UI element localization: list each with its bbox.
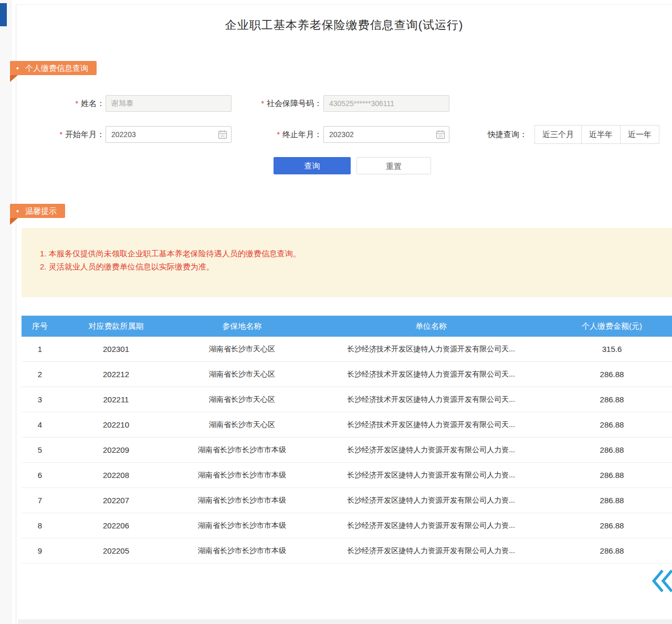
calendar-icon[interactable] (218, 130, 227, 139)
cell-period: 202211 (58, 395, 174, 404)
cell-index: 5 (22, 445, 58, 454)
table-row: 8 202206 湖南省长沙市长沙市市本级 长沙经济开发区捷特人力资源开发有限公… (22, 513, 672, 538)
tips-line: 1. 本服务仅提供尚未领取企业职工基本养老保险待遇人员的缴费信息查询。 (40, 247, 662, 260)
cell-employer: 长沙经济开发区捷特人力资源开发有限公司人力资... (310, 496, 552, 505)
calendar-icon[interactable] (436, 130, 445, 139)
header-employer: 单位名称 (310, 321, 552, 331)
cell-insured-place: 湖南省长沙市长沙市市本级 (174, 471, 310, 480)
cell-index: 2 (22, 370, 58, 379)
cell-insured-place: 湖南省长沙市天心区 (174, 345, 310, 354)
quick-query-group: 近三个月 近半年 近一年 (534, 125, 659, 144)
cell-index: 6 (22, 471, 58, 480)
bottom-scroll-strip (18, 619, 672, 624)
cell-amount: 286.88 (552, 395, 672, 404)
start-month-input[interactable] (106, 126, 232, 143)
table-row: 9 202205 湖南省长沙市长沙市市本级 长沙经济开发区捷特人力资源开发有限公… (22, 538, 672, 564)
quick-query-label: 快捷查询： (488, 125, 527, 144)
cell-period: 202212 (58, 370, 174, 379)
required-asterisk: * (60, 130, 62, 139)
cell-period: 202206 (58, 521, 174, 530)
bullet-icon: • (16, 61, 19, 76)
table-row: 1 202301 湖南省长沙市天心区 长沙经济技术开发区捷特人力资源开发有限公司… (22, 337, 672, 362)
cell-employer: 长沙经济开发区捷特人力资源开发有限公司人力资... (310, 546, 552, 556)
cell-period: 202207 (58, 496, 174, 505)
name-label: *姓名： (27, 95, 104, 112)
cell-insured-place: 湖南省长沙市长沙市市本级 (174, 445, 310, 455)
start-month-label: *开始年月： (27, 126, 104, 143)
cell-insured-place: 湖南省长沙市天心区 (174, 370, 310, 379)
cell-amount: 286.88 (552, 370, 672, 379)
required-asterisk: * (76, 99, 78, 108)
header-index: 序号 (22, 321, 58, 331)
header-amount: 个人缴费金额(元) (552, 321, 672, 331)
cell-index: 9 (22, 546, 58, 555)
quick-last-year-button[interactable]: 近一年 (620, 125, 659, 144)
cell-employer: 长沙经济开发区捷特人力资源开发有限公司人力资... (310, 471, 552, 480)
cell-index: 1 (22, 345, 58, 353)
tips-notice-box: 1. 本服务仅提供尚未领取企业职工基本养老保险待遇人员的缴费信息查询。 2. 灵… (22, 228, 672, 297)
quick-last-3-months-button[interactable]: 近三个月 (534, 125, 582, 144)
cell-insured-place: 湖南省长沙市天心区 (174, 420, 310, 430)
table-row: 7 202207 湖南省长沙市长沙市市本级 长沙经济开发区捷特人力资源开发有限公… (22, 488, 672, 513)
table-row: 6 202208 湖南省长沙市长沙市市本级 长沙经济开发区捷特人力资源开发有限公… (22, 463, 672, 488)
header-period: 对应费款所属期 (58, 321, 174, 331)
end-month-label: *终止年月： (237, 126, 322, 143)
payment-table: 序号 对应费款所属期 参保地名称 单位名称 个人缴费金额(元) 1 202301… (22, 316, 672, 564)
cell-amount: 315.6 (552, 345, 672, 353)
cell-employer: 长沙经济开发区捷特人力资源开发有限公司人力资... (310, 521, 552, 531)
table-header-row: 序号 对应费款所属期 参保地名称 单位名称 个人缴费金额(元) (22, 316, 672, 337)
cell-insured-place: 湖南省长沙市长沙市市本级 (174, 546, 310, 556)
section-label: 温馨提示 (25, 206, 57, 215)
required-asterisk: * (277, 130, 280, 139)
table-body: 1 202301 湖南省长沙市天心区 长沙经济技术开发区捷特人力资源开发有限公司… (22, 337, 672, 564)
cell-employer: 长沙经济开发区捷特人力资源开发有限公司人力资... (310, 445, 552, 455)
page-title: 企业职工基本养老保险缴费信息查询(试运行) (16, 17, 672, 33)
cell-index: 3 (22, 395, 58, 404)
cell-employer: 长沙经济技术开发区捷特人力资源开发有限公司天... (310, 395, 552, 404)
cell-amount: 286.88 (552, 445, 672, 454)
section-header-tips: •温馨提示 (10, 204, 65, 218)
end-month-input[interactable] (323, 126, 449, 143)
cell-amount: 286.88 (552, 420, 672, 429)
ribbon-fold (10, 75, 18, 82)
sidebar-edge (0, 0, 12, 624)
cell-index: 8 (22, 521, 58, 530)
collapse-double-chevron-icon[interactable] (652, 569, 672, 593)
query-button[interactable]: 查询 (274, 157, 351, 174)
cell-period: 202208 (58, 471, 174, 480)
tips-line: 2. 灵活就业人员的缴费单位信息以实际缴费为准。 (40, 260, 662, 273)
header-insured-place: 参保地名称 (174, 321, 310, 331)
ssn-label: *社会保障号码： (237, 95, 322, 112)
quick-last-half-year-button[interactable]: 近半年 (581, 125, 621, 144)
section-label: 个人缴费信息查询 (25, 64, 88, 72)
cell-amount: 286.88 (552, 471, 672, 480)
name-field (106, 95, 232, 112)
cell-index: 4 (22, 420, 58, 429)
ssn-field (323, 95, 449, 112)
cell-insured-place: 湖南省长沙市长沙市市本级 (174, 521, 310, 531)
cell-employer: 长沙经济技术开发区捷特人力资源开发有限公司天... (310, 370, 552, 379)
bullet-icon: • (16, 204, 19, 219)
cell-employer: 长沙经济技术开发区捷特人力资源开发有限公司天... (310, 345, 552, 354)
ribbon-fold (10, 218, 18, 225)
sidebar-accent-block (0, 3, 7, 26)
cell-amount: 286.88 (552, 496, 672, 505)
cell-period: 202209 (58, 445, 174, 454)
table-row: 2 202212 湖南省长沙市天心区 长沙经济技术开发区捷特人力资源开发有限公司… (22, 362, 672, 387)
table-row: 3 202211 湖南省长沙市天心区 长沙经济技术开发区捷特人力资源开发有限公司… (22, 387, 672, 412)
cell-insured-place: 湖南省长沙市天心区 (174, 395, 310, 404)
required-asterisk: * (261, 99, 264, 108)
cell-amount: 286.88 (552, 546, 672, 555)
cell-period: 202301 (58, 345, 174, 353)
reset-button[interactable]: 重置 (356, 157, 431, 174)
cell-period: 202205 (58, 546, 174, 555)
section-header-personal-payment-query: •个人缴费信息查询 (10, 61, 97, 75)
cell-index: 7 (22, 496, 58, 505)
main-panel: 企业职工基本养老保险缴费信息查询(试运行) •个人缴费信息查询 *姓名： *社会… (16, 4, 672, 624)
cell-amount: 286.88 (552, 521, 672, 530)
cell-period: 202210 (58, 420, 174, 429)
table-row: 5 202209 湖南省长沙市长沙市市本级 长沙经济开发区捷特人力资源开发有限公… (22, 438, 672, 463)
table-row: 4 202210 湖南省长沙市天心区 长沙经济技术开发区捷特人力资源开发有限公司… (22, 412, 672, 438)
cell-employer: 长沙经济技术开发区捷特人力资源开发有限公司天... (310, 420, 552, 430)
cell-insured-place: 湖南省长沙市长沙市市本级 (174, 496, 310, 505)
